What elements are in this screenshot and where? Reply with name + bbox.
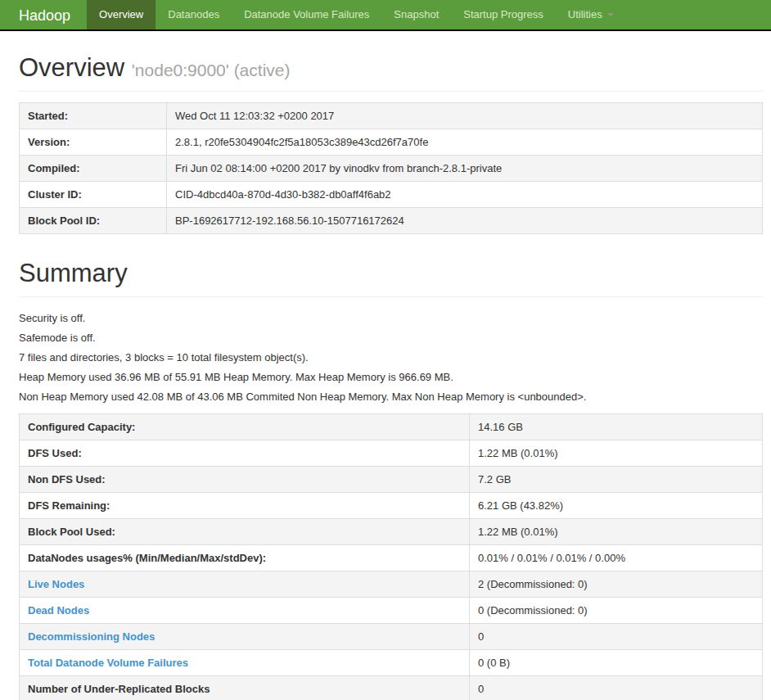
non-heap-memory-text: Non Heap Memory used 42.08 MB of 43.06 M… bbox=[19, 391, 763, 403]
tab-startup-progress[interactable]: Startup Progress bbox=[451, 0, 556, 29]
cluster-info-table: Started: Wed Oct 11 12:03:32 +0200 2017 … bbox=[19, 102, 763, 234]
row-label-under-replicated-blocks: Number of Under-Replicated Blocks bbox=[20, 676, 470, 700]
tab-utilities-dropdown[interactable]: Utilities bbox=[556, 0, 626, 29]
row-value-version: 2.8.1, r20fe5304904fc2f5a18053c389e43cd2… bbox=[167, 129, 763, 156]
row-label-configured-capacity: Configured Capacity: bbox=[20, 414, 470, 440]
row-value-configured-capacity: 14.16 GB bbox=[470, 414, 763, 440]
row-label-dfs-remaining: DFS Remaining: bbox=[20, 493, 470, 519]
row-value-non-dfs-used: 7.2 GB bbox=[470, 467, 763, 493]
row-value-block-pool-used: 1.22 MB (0.01%) bbox=[470, 519, 763, 545]
row-label-block-pool-id: Block Pool ID: bbox=[20, 208, 167, 234]
row-value-dfs-remaining: 6.21 GB (43.82%) bbox=[470, 493, 763, 519]
table-row: Block Pool Used: 1.22 MB (0.01%) bbox=[20, 519, 763, 545]
table-row: Total Datanode Volume Failures 0 (0 B) bbox=[20, 650, 763, 676]
heap-memory-text: Heap Memory used 36.96 MB of 55.91 MB He… bbox=[19, 372, 763, 383]
row-label-compiled: Compiled: bbox=[20, 156, 167, 182]
table-row: Non DFS Used: 7.2 GB bbox=[20, 467, 763, 493]
row-label-dfs-used: DFS Used: bbox=[20, 440, 470, 467]
table-row: Cluster ID: CID-4dbcd40a-870d-4d30-b382-… bbox=[20, 182, 763, 208]
table-row: Live Nodes 2 (Decommissioned: 0) bbox=[20, 571, 763, 598]
table-row: Number of Under-Replicated Blocks 0 bbox=[20, 676, 763, 700]
table-row: DFS Remaining: 6.21 GB (43.82%) bbox=[20, 493, 763, 519]
row-label-block-pool-used: Block Pool Used: bbox=[20, 519, 470, 545]
row-value-block-pool-id: BP-1692617712-192.168.56.10-150771617262… bbox=[167, 208, 763, 234]
row-value-started: Wed Oct 11 12:03:32 +0200 2017 bbox=[167, 103, 763, 129]
table-row: Block Pool ID: BP-1692617712-192.168.56.… bbox=[20, 208, 763, 234]
row-value-volume-failures: 0 (0 B) bbox=[470, 650, 763, 676]
live-nodes-link[interactable]: Live Nodes bbox=[28, 578, 84, 590]
row-value-decommissioning-nodes: 0 bbox=[470, 624, 763, 650]
table-row: Configured Capacity: 14.16 GB bbox=[20, 414, 763, 440]
chevron-down-icon bbox=[607, 13, 614, 16]
row-value-compiled: Fri Jun 02 08:14:00 +0200 2017 by vinodk… bbox=[167, 156, 763, 182]
tab-datanodes[interactable]: Datanodes bbox=[156, 0, 232, 29]
row-label-non-dfs-used: Non DFS Used: bbox=[20, 467, 470, 493]
row-value-dfs-used: 1.22 MB (0.01%) bbox=[470, 440, 763, 467]
namenode-address-subtitle: 'node0:9000' (active) bbox=[132, 61, 291, 79]
decommissioning-nodes-link[interactable]: Decommissioning Nodes bbox=[28, 630, 155, 643]
table-row: Started: Wed Oct 11 12:03:32 +0200 2017 bbox=[20, 103, 763, 129]
dead-nodes-link[interactable]: Dead Nodes bbox=[28, 604, 89, 616]
page-title: Overview 'node0:9000' (active) bbox=[19, 53, 763, 83]
tab-datanode-volume-failures[interactable]: Datanode Volume Failures bbox=[232, 0, 381, 29]
table-row: Compiled: Fri Jun 02 08:14:00 +0200 2017… bbox=[20, 156, 763, 182]
row-label-version: Version: bbox=[20, 129, 167, 156]
main-content: Overview 'node0:9000' (active) Started: … bbox=[0, 53, 771, 700]
page-title-text: Overview bbox=[19, 53, 124, 82]
row-label-cluster-id: Cluster ID: bbox=[20, 182, 167, 208]
hadoop-brand-link[interactable]: Hadoop bbox=[0, 0, 87, 29]
row-value-cluster-id: CID-4dbcd40a-870d-4d30-b382-db0aff4f6ab2 bbox=[167, 182, 763, 208]
summary-table: Configured Capacity: 14.16 GB DFS Used: … bbox=[19, 413, 763, 700]
row-label-datanodes-usages: DataNodes usages% (Min/Median/Max/stdDev… bbox=[20, 545, 470, 571]
tab-overview[interactable]: Overview bbox=[87, 0, 156, 29]
title-divider bbox=[19, 91, 763, 92]
summary-section-title: Summary bbox=[19, 259, 763, 288]
summary-status-lines: Security is off. Safemode is off. 7 file… bbox=[19, 313, 763, 403]
total-datanode-volume-failures-link[interactable]: Total Datanode Volume Failures bbox=[28, 657, 188, 669]
row-value-live-nodes: 2 (Decommissioned: 0) bbox=[470, 571, 763, 598]
table-row: Decommissioning Nodes 0 bbox=[20, 624, 763, 650]
row-value-dead-nodes: 0 (Decommissioned: 0) bbox=[470, 598, 763, 624]
row-label-started: Started: bbox=[20, 103, 167, 129]
filesystem-objects-text: 7 files and directories, 3 blocks = 10 t… bbox=[19, 352, 763, 364]
tab-utilities-label: Utilities bbox=[568, 0, 602, 30]
table-row: Dead Nodes 0 (Decommissioned: 0) bbox=[20, 598, 763, 624]
table-row: DataNodes usages% (Min/Median/Max/stdDev… bbox=[20, 545, 763, 571]
row-value-datanodes-usages: 0.01% / 0.01% / 0.01% / 0.00% bbox=[470, 545, 763, 571]
table-row: Version: 2.8.1, r20fe5304904fc2f5a18053c… bbox=[20, 129, 763, 156]
top-navbar: Hadoop Overview Datanodes Datanode Volum… bbox=[0, 0, 771, 31]
table-row: DFS Used: 1.22 MB (0.01%) bbox=[20, 440, 763, 467]
row-value-under-replicated-blocks: 0 bbox=[470, 676, 763, 700]
security-status-text: Security is off. bbox=[19, 313, 763, 324]
summary-divider bbox=[19, 296, 763, 297]
safemode-status-text: Safemode is off. bbox=[19, 332, 763, 344]
tab-snapshot[interactable]: Snapshot bbox=[381, 0, 451, 29]
